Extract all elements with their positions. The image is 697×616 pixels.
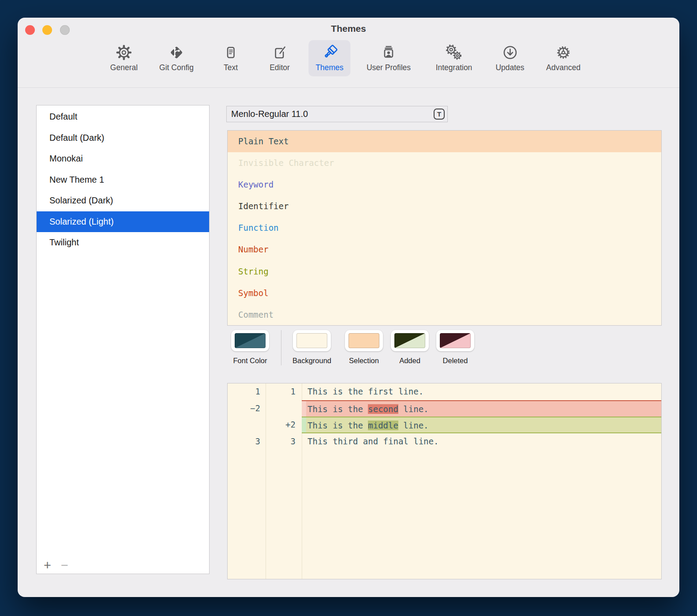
preview-row-comment[interactable]: Comment xyxy=(228,304,661,326)
preview-row-plain-text[interactable]: Plain Text xyxy=(228,131,661,152)
theme-item-default-dark[interactable]: Default (Dark) xyxy=(37,128,209,149)
deleted-chip xyxy=(440,333,471,348)
font-color-chip xyxy=(235,333,266,348)
tab-label: Updates xyxy=(495,63,524,72)
selection-chip xyxy=(348,333,379,348)
preview-row-keyword[interactable]: Keyword xyxy=(228,174,661,195)
background-chip xyxy=(296,333,327,348)
tab-general[interactable]: General xyxy=(103,40,145,76)
font-color-label: Font Color xyxy=(233,357,267,365)
tab-themes[interactable]: Themes xyxy=(308,40,350,76)
old-line-number: 3 xyxy=(228,433,266,450)
tab-label: Editor xyxy=(270,63,290,72)
preview-row-identifier[interactable]: Identifier xyxy=(228,195,661,217)
theme-item-default[interactable]: Default xyxy=(37,106,209,128)
tab-user-profiles[interactable]: User Profiles xyxy=(360,40,418,76)
window-title: Themes xyxy=(18,23,679,34)
font-field[interactable]: Menlo-Regular 11.0 T xyxy=(226,106,448,122)
download-circle-icon xyxy=(500,43,520,62)
changed-word-highlight: second xyxy=(368,404,398,414)
gear-icon xyxy=(114,43,134,62)
preview-row-symbol[interactable]: Symbol xyxy=(228,282,661,304)
added-swatch[interactable] xyxy=(391,330,429,351)
changed-word-highlight: middle xyxy=(368,421,398,430)
gears-icon xyxy=(444,43,464,62)
tab-label: General xyxy=(110,63,138,72)
change-strip xyxy=(302,417,306,432)
tab-label: Integration xyxy=(436,63,472,72)
gutter-divider-1 xyxy=(266,383,266,579)
font-color-swatch[interactable] xyxy=(231,330,269,351)
editor-pencil-icon xyxy=(270,43,289,62)
added-chip xyxy=(394,333,425,348)
new-line-number: 1 xyxy=(266,383,302,400)
preview-row-invisible-character[interactable]: Invisible Character xyxy=(228,152,661,174)
background-label: Background xyxy=(292,357,331,365)
diff-preview-panel: 1 1 This is the first line. −2 This is t… xyxy=(227,383,662,579)
tab-text[interactable]: Text xyxy=(214,40,247,76)
preview-row-function[interactable]: Function xyxy=(228,217,661,239)
paint-brush-icon xyxy=(320,43,339,62)
tab-advanced[interactable]: Advanced xyxy=(539,40,588,76)
remove-theme-button[interactable]: − xyxy=(61,559,68,572)
tab-git-config[interactable]: Git Config xyxy=(152,40,201,76)
change-strip xyxy=(302,401,306,417)
add-theme-button[interactable]: + xyxy=(44,559,51,572)
old-line-number xyxy=(228,417,266,433)
swatch-divider xyxy=(281,330,281,365)
diff-line-text: This is the second line. xyxy=(302,400,661,417)
old-line-number: −2 xyxy=(228,400,266,417)
deleted-label: Deleted xyxy=(443,357,468,365)
titlebar-toolbar: Themes General xyxy=(18,18,679,88)
diff-row-context-3: 3 3 This third and final line. xyxy=(228,433,661,450)
tab-label: User Profiles xyxy=(367,63,411,72)
preferences-window: Themes General xyxy=(18,18,679,597)
diff-row-deleted: −2 This is the second line. xyxy=(228,400,661,417)
background-swatch[interactable] xyxy=(293,330,331,351)
git-branch-icon xyxy=(167,43,186,62)
theme-item-solarized-dark[interactable]: Solarized (Dark) xyxy=(37,190,209,211)
cog-wheel-icon xyxy=(554,43,573,62)
diff-line-text: This is the first line. xyxy=(302,383,661,400)
selection-label: Selection xyxy=(349,357,379,365)
tab-updates[interactable]: Updates xyxy=(488,40,531,76)
theme-item-new-theme-1[interactable]: New Theme 1 xyxy=(37,169,209,191)
list-footer: + − xyxy=(44,559,68,572)
diff-line-text: This third and final line. xyxy=(302,433,661,450)
deleted-swatch[interactable] xyxy=(436,330,474,351)
new-line-number: 3 xyxy=(266,433,302,450)
theme-item-solarized-light[interactable]: Solarized (Light) xyxy=(37,211,209,233)
old-line-number: 1 xyxy=(228,383,266,400)
preview-row-string[interactable]: String xyxy=(228,261,661,282)
tab-label: Git Config xyxy=(159,63,194,72)
tab-integration[interactable]: Integration xyxy=(429,40,480,76)
diff-row-context-1: 1 1 This is the first line. xyxy=(228,383,661,400)
diff-row-added: +2 This is the middle line. xyxy=(228,417,661,433)
added-label: Added xyxy=(399,357,420,365)
diff-line-text: This is the middle line. xyxy=(302,417,661,433)
theme-item-monokai[interactable]: Monokai xyxy=(37,148,209,169)
font-picker-button[interactable]: T xyxy=(434,109,445,120)
theme-list: Default Default (Dark) Monokai New Theme… xyxy=(36,105,210,574)
change-strip xyxy=(302,383,306,400)
font-name-value: Menlo-Regular 11.0 xyxy=(231,109,434,119)
selection-swatch[interactable] xyxy=(345,330,383,351)
new-line-number: +2 xyxy=(266,417,302,433)
change-strip xyxy=(302,433,306,450)
tab-label: Themes xyxy=(315,63,343,72)
theme-item-twilight[interactable]: Twilight xyxy=(37,232,209,253)
tab-editor[interactable]: Editor xyxy=(262,40,297,76)
new-line-number xyxy=(266,400,302,417)
user-profiles-icon xyxy=(379,43,398,62)
text-document-icon xyxy=(221,43,240,62)
tab-label: Text xyxy=(224,63,238,72)
preview-row-number[interactable]: Number xyxy=(228,239,661,260)
syntax-preview-panel: Plain Text Invisible Character Keyword I… xyxy=(227,130,662,326)
tab-label: Advanced xyxy=(546,63,581,72)
